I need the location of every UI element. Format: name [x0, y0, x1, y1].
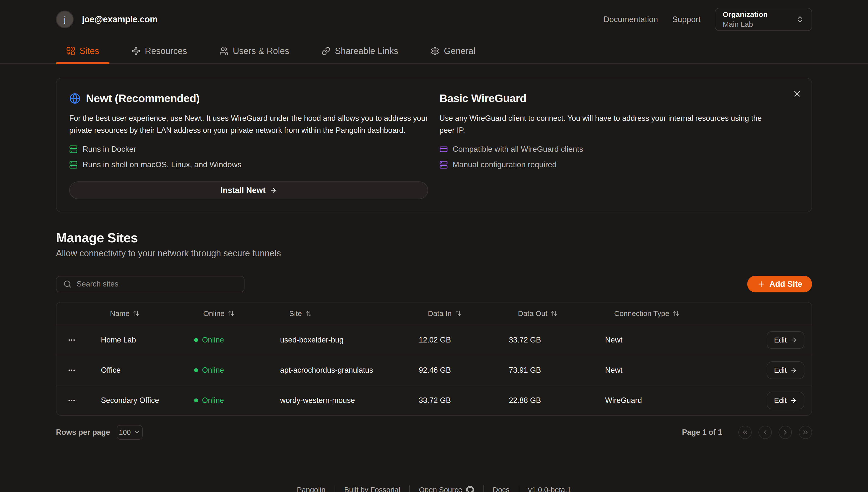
wireguard-section: Basic WireGuard Use any WireGuard client… — [439, 92, 799, 199]
table-controls: Add Site — [56, 276, 812, 292]
cell-name: Office — [98, 366, 191, 375]
previous-page-button[interactable] — [759, 426, 772, 439]
table-row: Office Online apt-acrochordus-granulatus… — [56, 355, 812, 385]
tabs: Sites Resources Users & Roles Shareable … — [56, 39, 812, 63]
row-menu-ellipsis-icon[interactable] — [56, 366, 98, 374]
close-icon[interactable] — [792, 89, 802, 98]
tab-sites[interactable]: Sites — [56, 39, 109, 63]
cell-connection-type: Newt — [602, 366, 763, 375]
arrow-right-icon — [790, 337, 797, 343]
footer-pangolin-link[interactable]: Pangolin — [288, 486, 334, 492]
footer-docs-link[interactable]: Docs — [483, 486, 518, 492]
tab-label: General — [444, 46, 475, 56]
settings-gear-icon — [430, 47, 439, 55]
wireguard-description: Use any WireGuard client to connect. You… — [439, 112, 769, 136]
waypoints-icon — [131, 47, 141, 55]
combine-icon — [66, 47, 75, 55]
users-icon — [220, 47, 228, 55]
cell-data-out: 73.91 GB — [506, 366, 602, 375]
row-menu-ellipsis-icon[interactable] — [56, 396, 98, 404]
avatar[interactable]: j — [56, 10, 74, 28]
tab-shareable-links[interactable]: Shareable Links — [311, 39, 408, 63]
status-badge: Online — [194, 396, 224, 405]
server-icon — [69, 145, 78, 153]
last-page-button[interactable] — [799, 426, 812, 439]
cell-site: wordy-western-mouse — [277, 396, 416, 405]
edit-button[interactable]: Edit — [767, 331, 804, 349]
tab-label: Users & Roles — [233, 46, 289, 56]
avatar-initial: j — [64, 15, 66, 24]
rows-per-page-label: Rows per page — [56, 428, 110, 437]
arrow-right-icon — [270, 187, 277, 194]
header-data-in[interactable]: Data In — [416, 309, 506, 318]
online-dot-icon — [194, 338, 198, 342]
newt-feature: Runs in Docker — [69, 145, 428, 154]
tab-label: Shareable Links — [335, 46, 398, 56]
tab-label: Resources — [145, 46, 187, 56]
cell-data-in: 92.46 GB — [416, 366, 506, 375]
tab-resources[interactable]: Resources — [121, 39, 197, 63]
documentation-link[interactable]: Documentation — [603, 15, 658, 24]
sort-icon — [228, 310, 234, 317]
link-icon — [322, 47, 330, 55]
header-site[interactable]: Site — [277, 309, 416, 318]
arrow-right-icon — [790, 397, 797, 404]
table-row: Secondary Office Online wordy-western-mo… — [56, 385, 812, 415]
cell-site: used-boxelder-bug — [277, 336, 416, 344]
edit-button[interactable]: Edit — [767, 361, 804, 379]
cell-name: Secondary Office — [98, 396, 191, 405]
github-icon — [466, 486, 474, 492]
sort-icon — [133, 310, 140, 317]
server-icon — [69, 161, 78, 169]
search-box — [56, 276, 245, 292]
row-menu-ellipsis-icon[interactable] — [56, 336, 98, 344]
footer-open-source-link[interactable]: Open Source — [410, 486, 483, 492]
rows-per-page-select[interactable]: 100 — [117, 425, 143, 440]
status-badge: Online — [194, 366, 224, 375]
header-connection-type[interactable]: Connection Type — [602, 309, 763, 318]
newt-feature: Runs in shell on macOS, Linux, and Windo… — [69, 160, 428, 169]
install-newt-label: Install Newt — [220, 186, 265, 195]
install-newt-button[interactable]: Install Newt — [69, 181, 428, 199]
cell-data-out: 22.88 GB — [506, 396, 602, 405]
tab-users-roles[interactable]: Users & Roles — [209, 39, 299, 63]
wireguard-feature-label: Manual configuration required — [453, 160, 556, 169]
add-site-label: Add Site — [769, 279, 802, 289]
search-input[interactable] — [77, 280, 237, 289]
cell-data-out: 33.72 GB — [506, 336, 602, 344]
tab-general[interactable]: General — [420, 39, 486, 63]
header-online[interactable]: Online — [191, 309, 277, 318]
cell-connection-type: WireGuard — [602, 396, 763, 405]
support-link[interactable]: Support — [672, 15, 701, 24]
footer-fossorial-link[interactable]: Built by Fossorial — [335, 486, 409, 492]
newt-feature-label: Runs in shell on macOS, Linux, and Windo… — [82, 160, 241, 169]
search-icon — [63, 280, 72, 288]
user-email: joe@example.com — [82, 14, 157, 25]
wireguard-feature: Manual configuration required — [439, 160, 769, 169]
cell-data-in: 33.72 GB — [416, 396, 506, 405]
newt-section: Newt (Recommended) For the best user exp… — [69, 92, 428, 199]
add-site-button[interactable]: Add Site — [747, 276, 812, 292]
connection-options-card: Newt (Recommended) For the best user exp… — [56, 78, 812, 212]
globe-icon — [69, 93, 80, 104]
header-data-out[interactable]: Data Out — [506, 309, 602, 318]
next-page-button[interactable] — [779, 426, 792, 439]
organization-selector[interactable]: Organization Main Lab — [715, 8, 812, 31]
plus-icon — [757, 280, 765, 288]
edit-button[interactable]: Edit — [767, 392, 804, 409]
sort-icon — [305, 310, 312, 317]
sort-icon — [673, 310, 679, 317]
organization-label: Organization — [723, 10, 791, 19]
first-page-button[interactable] — [738, 426, 752, 439]
wireguard-title: Basic WireGuard — [439, 92, 526, 105]
footer: Pangolin Built by Fossorial Open Source … — [0, 485, 868, 492]
page-status: Page 1 of 1 — [682, 428, 722, 437]
pagination-bar: Rows per page 100 Page 1 of 1 — [56, 425, 812, 440]
header-container: j joe@example.com Documentation Support … — [56, 0, 812, 39]
header-name[interactable]: Name — [98, 309, 191, 318]
table-row: Home Lab Online used-boxelder-bug 12.02 … — [56, 324, 812, 355]
server-icon — [439, 161, 448, 169]
newt-feature-label: Runs in Docker — [82, 145, 136, 154]
cell-connection-type: Newt — [602, 336, 763, 344]
chevrons-up-down-icon — [796, 15, 804, 24]
